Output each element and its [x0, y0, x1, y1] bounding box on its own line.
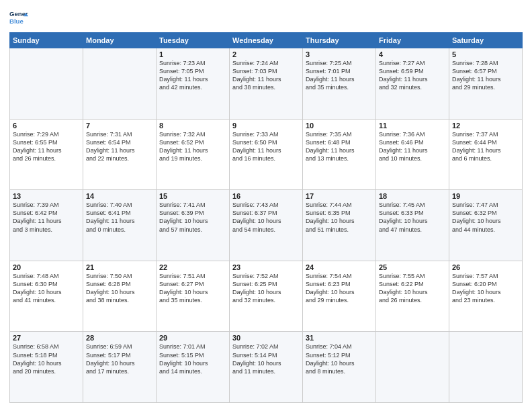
header-row: SundayMondayTuesdayWednesdayThursdayFrid…: [10, 33, 523, 48]
day-cell: 27Sunrise: 6:58 AM Sunset: 5:18 PM Dayli…: [10, 332, 83, 403]
day-number: 26: [452, 263, 519, 271]
day-cell: 26Sunrise: 7:57 AM Sunset: 6:20 PM Dayli…: [449, 261, 523, 332]
day-cell: [449, 332, 523, 403]
day-info: Sunrise: 7:44 AM Sunset: 6:35 PM Dayligh…: [306, 201, 373, 234]
day-number: 11: [379, 122, 446, 130]
day-cell: 28Sunrise: 6:59 AM Sunset: 5:17 PM Dayli…: [83, 332, 157, 403]
day-cell: 15Sunrise: 7:41 AM Sunset: 6:39 PM Dayli…: [157, 190, 230, 261]
day-number: 12: [452, 122, 519, 130]
day-info: Sunrise: 7:25 AM Sunset: 7:01 PM Dayligh…: [306, 59, 373, 92]
day-number: 24: [306, 263, 373, 271]
day-info: Sunrise: 7:43 AM Sunset: 6:37 PM Dayligh…: [232, 201, 300, 234]
day-cell: 23Sunrise: 7:52 AM Sunset: 6:25 PM Dayli…: [230, 261, 303, 332]
day-number: 4: [379, 50, 446, 58]
day-cell: [10, 48, 83, 120]
day-number: 16: [232, 192, 300, 200]
day-number: 1: [159, 50, 226, 58]
day-info: Sunrise: 7:39 AM Sunset: 6:42 PM Dayligh…: [13, 201, 80, 234]
day-cell: 14Sunrise: 7:40 AM Sunset: 6:41 PM Dayli…: [83, 190, 157, 261]
week-row-3: 13Sunrise: 7:39 AM Sunset: 6:42 PM Dayli…: [10, 190, 523, 261]
day-number: 6: [13, 122, 80, 130]
day-cell: 9Sunrise: 7:33 AM Sunset: 6:50 PM Daylig…: [230, 119, 303, 190]
day-info: Sunrise: 7:47 AM Sunset: 6:32 PM Dayligh…: [452, 201, 519, 234]
col-header-thursday: Thursday: [303, 33, 376, 48]
day-number: 9: [232, 122, 300, 130]
col-header-friday: Friday: [376, 33, 449, 48]
day-cell: 25Sunrise: 7:55 AM Sunset: 6:22 PM Dayli…: [376, 261, 449, 332]
page: General Blue SundayMondayTuesdayWednesda…: [0, 0, 532, 411]
day-cell: [376, 332, 449, 403]
day-number: 15: [159, 192, 226, 200]
day-cell: [83, 48, 157, 120]
logo-icon: General Blue: [9, 8, 28, 27]
day-number: 7: [86, 122, 153, 130]
day-info: Sunrise: 7:50 AM Sunset: 6:28 PM Dayligh…: [86, 272, 153, 305]
day-cell: 1Sunrise: 7:23 AM Sunset: 7:05 PM Daylig…: [157, 48, 230, 120]
logo: General Blue: [9, 8, 28, 27]
day-info: Sunrise: 7:02 AM Sunset: 5:14 PM Dayligh…: [232, 342, 300, 375]
day-cell: 17Sunrise: 7:44 AM Sunset: 6:35 PM Dayli…: [303, 190, 376, 261]
day-cell: 31Sunrise: 7:04 AM Sunset: 5:12 PM Dayli…: [303, 332, 376, 403]
week-row-4: 20Sunrise: 7:48 AM Sunset: 6:30 PM Dayli…: [10, 261, 523, 332]
col-header-monday: Monday: [83, 33, 157, 48]
header: General Blue: [9, 8, 523, 27]
week-row-2: 6Sunrise: 7:29 AM Sunset: 6:55 PM Daylig…: [10, 119, 523, 190]
day-cell: 11Sunrise: 7:36 AM Sunset: 6:46 PM Dayli…: [376, 119, 449, 190]
day-cell: 8Sunrise: 7:32 AM Sunset: 6:52 PM Daylig…: [157, 119, 230, 190]
day-cell: 24Sunrise: 7:54 AM Sunset: 6:23 PM Dayli…: [303, 261, 376, 332]
day-cell: 4Sunrise: 7:27 AM Sunset: 6:59 PM Daylig…: [376, 48, 449, 120]
day-info: Sunrise: 7:51 AM Sunset: 6:27 PM Dayligh…: [159, 272, 226, 305]
day-number: 31: [306, 334, 373, 342]
day-info: Sunrise: 7:37 AM Sunset: 6:44 PM Dayligh…: [452, 130, 519, 163]
day-info: Sunrise: 7:31 AM Sunset: 6:54 PM Dayligh…: [86, 130, 153, 163]
day-number: 5: [452, 50, 519, 58]
day-number: 13: [13, 192, 80, 200]
day-info: Sunrise: 7:32 AM Sunset: 6:52 PM Dayligh…: [159, 130, 226, 163]
day-info: Sunrise: 7:57 AM Sunset: 6:20 PM Dayligh…: [452, 272, 519, 305]
day-info: Sunrise: 7:04 AM Sunset: 5:12 PM Dayligh…: [306, 342, 373, 375]
day-info: Sunrise: 7:27 AM Sunset: 6:59 PM Dayligh…: [379, 59, 446, 92]
day-number: 3: [306, 50, 373, 58]
col-header-saturday: Saturday: [449, 33, 523, 48]
week-row-5: 27Sunrise: 6:58 AM Sunset: 5:18 PM Dayli…: [10, 332, 523, 403]
svg-text:Blue: Blue: [9, 17, 24, 25]
day-info: Sunrise: 7:36 AM Sunset: 6:46 PM Dayligh…: [379, 130, 446, 163]
col-header-wednesday: Wednesday: [230, 33, 303, 48]
day-cell: 5Sunrise: 7:28 AM Sunset: 6:57 PM Daylig…: [449, 48, 523, 120]
day-cell: 7Sunrise: 7:31 AM Sunset: 6:54 PM Daylig…: [83, 119, 157, 190]
day-info: Sunrise: 7:55 AM Sunset: 6:22 PM Dayligh…: [379, 272, 446, 305]
day-number: 29: [159, 334, 226, 342]
day-number: 27: [13, 334, 80, 342]
day-cell: 6Sunrise: 7:29 AM Sunset: 6:55 PM Daylig…: [10, 119, 83, 190]
day-info: Sunrise: 7:28 AM Sunset: 6:57 PM Dayligh…: [452, 59, 519, 92]
day-number: 20: [13, 263, 80, 271]
day-info: Sunrise: 7:23 AM Sunset: 7:05 PM Dayligh…: [159, 59, 226, 92]
day-info: Sunrise: 7:01 AM Sunset: 5:15 PM Dayligh…: [159, 342, 226, 375]
day-cell: 19Sunrise: 7:47 AM Sunset: 6:32 PM Dayli…: [449, 190, 523, 261]
day-number: 28: [86, 334, 153, 342]
day-number: 17: [306, 192, 373, 200]
day-cell: 10Sunrise: 7:35 AM Sunset: 6:48 PM Dayli…: [303, 119, 376, 190]
day-info: Sunrise: 7:35 AM Sunset: 6:48 PM Dayligh…: [306, 130, 373, 163]
day-info: Sunrise: 6:58 AM Sunset: 5:18 PM Dayligh…: [13, 342, 80, 375]
day-number: 18: [379, 192, 446, 200]
day-number: 19: [452, 192, 519, 200]
day-number: 22: [159, 263, 226, 271]
day-cell: 3Sunrise: 7:25 AM Sunset: 7:01 PM Daylig…: [303, 48, 376, 120]
day-cell: 18Sunrise: 7:45 AM Sunset: 6:33 PM Dayli…: [376, 190, 449, 261]
day-cell: 21Sunrise: 7:50 AM Sunset: 6:28 PM Dayli…: [83, 261, 157, 332]
col-header-tuesday: Tuesday: [157, 33, 230, 48]
day-cell: 29Sunrise: 7:01 AM Sunset: 5:15 PM Dayli…: [157, 332, 230, 403]
day-number: 10: [306, 122, 373, 130]
calendar-table: SundayMondayTuesdayWednesdayThursdayFrid…: [9, 32, 523, 403]
day-number: 2: [232, 50, 300, 58]
day-number: 21: [86, 263, 153, 271]
day-cell: 12Sunrise: 7:37 AM Sunset: 6:44 PM Dayli…: [449, 119, 523, 190]
day-info: Sunrise: 7:52 AM Sunset: 6:25 PM Dayligh…: [232, 272, 300, 305]
day-cell: 2Sunrise: 7:24 AM Sunset: 7:03 PM Daylig…: [230, 48, 303, 120]
day-number: 23: [232, 263, 300, 271]
day-info: Sunrise: 7:54 AM Sunset: 6:23 PM Dayligh…: [306, 272, 373, 305]
day-cell: 20Sunrise: 7:48 AM Sunset: 6:30 PM Dayli…: [10, 261, 83, 332]
day-info: Sunrise: 7:33 AM Sunset: 6:50 PM Dayligh…: [232, 130, 300, 163]
day-info: Sunrise: 7:40 AM Sunset: 6:41 PM Dayligh…: [86, 201, 153, 234]
